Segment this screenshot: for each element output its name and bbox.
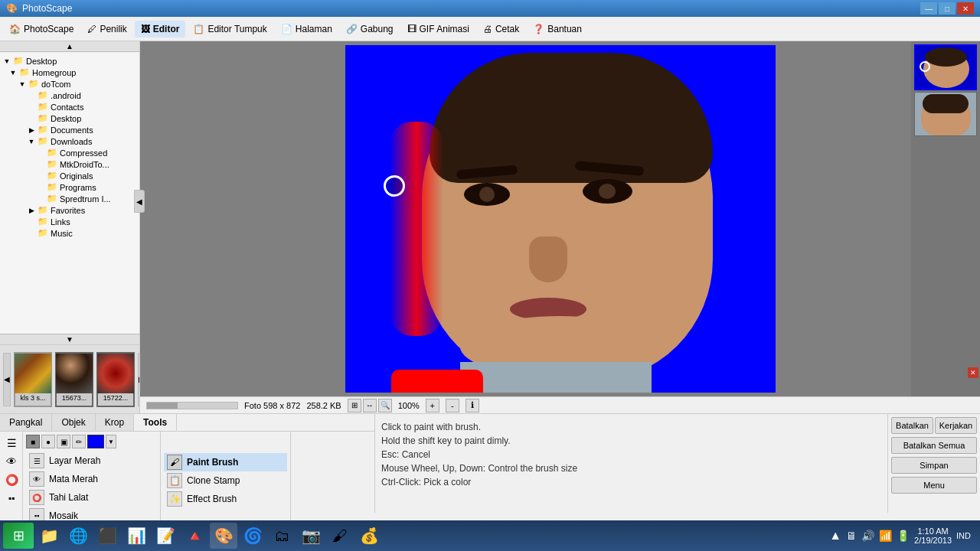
tree-item-programs[interactable]: 📁 Programs — [0, 181, 139, 193]
color-dropdown[interactable]: ▼ — [106, 435, 116, 448]
tree-item-contacts[interactable]: 📁 Contacts — [0, 101, 139, 112]
taskbar-chrome[interactable]: 🌀 — [239, 523, 266, 549]
info-line-3: Esc: Cancel — [381, 448, 881, 461]
tool-icon-3[interactable]: 🔍 — [378, 399, 392, 412]
menu-button[interactable]: Menu — [891, 477, 977, 494]
taskbar-excel[interactable]: 📊 — [122, 523, 150, 549]
simpan-button[interactable]: Simpan — [891, 457, 977, 474]
tree-item-favorites[interactable]: ▶ 📁 Favorites — [0, 204, 139, 216]
eyedrop-tool-icon[interactable]: 👁 — [3, 453, 20, 470]
folder-icon: 📁 — [38, 102, 48, 112]
canvas-area: Foto 598 x 872 258.2 KB ⊞ ↔ 🔍 100% + - ℹ — [140, 41, 980, 413]
tab-objek[interactable]: Objek — [52, 414, 95, 431]
menu-penilik[interactable]: 🖊 Penilik — [81, 21, 132, 37]
tool-item-layar-merah[interactable]: ☰ Layar Merah — [26, 452, 157, 470]
mini-preview-close[interactable]: ✕ — [968, 367, 978, 378]
mini-preview-second[interactable] — [914, 92, 977, 136]
tree-item-links[interactable]: 📁 Links — [0, 216, 139, 227]
tools-panel: Pangkal Objek Krop Tools ☰ 👁 ⭕ ▪▪ ■ ● ▣ — [0, 414, 375, 513]
gabung-icon: 🔗 — [346, 24, 358, 34]
tool-item-paint-brush[interactable]: 🖌 Paint Brush — [164, 453, 287, 471]
thumb-scroll-right[interactable]: ▶ — [138, 353, 139, 406]
tray-icon-5[interactable]: 🔋 — [897, 530, 910, 542]
tree-item-homegroup[interactable]: ▼ 📁 Homegroup — [0, 67, 139, 78]
horizontal-scrollbar[interactable] — [146, 402, 238, 409]
color-swatch[interactable] — [87, 435, 104, 448]
taskbar-files[interactable]: 🗂 — [268, 523, 296, 549]
thumbnail-2[interactable]: 15673... — [55, 352, 93, 407]
tree-item-desktop[interactable]: ▼ 📁 Desktop — [0, 55, 139, 67]
menu-photoscape[interactable]: 🏠 PhotoScape — [3, 21, 80, 37]
batalkan-semua-button[interactable]: Batalkan Semua — [891, 437, 977, 454]
kerjakan-button[interactable]: Kerjakan — [935, 417, 977, 434]
start-button[interactable]: ⊞ — [3, 523, 34, 549]
shape-square-btn[interactable]: ■ — [26, 435, 40, 448]
taskbar-app1[interactable]: 🔺 — [181, 523, 208, 549]
thumbnail-3[interactable]: 15722... — [96, 352, 135, 407]
close-button[interactable]: ✕ — [957, 2, 974, 15]
photo-display — [345, 45, 776, 393]
clone-stamp-icon: 📋 — [167, 473, 182, 488]
menu-editor[interactable]: 🖼 Editor — [135, 21, 186, 37]
tree-item-mtkdroid[interactable]: 📁 MtkDroidTo... — [0, 158, 139, 170]
tab-krop[interactable]: Krop — [96, 414, 134, 431]
tray-icon-1[interactable]: ▲ — [829, 529, 841, 543]
thumbnail-1[interactable]: kls 3 s... — [14, 352, 52, 407]
tool-item-clone-stamp[interactable]: 📋 Clone Stamp — [164, 471, 287, 490]
tree-item-dotcom[interactable]: ▼ 📁 doTcom — [0, 78, 139, 90]
tab-tools[interactable]: Tools — [134, 414, 177, 431]
taskbar-photoscape[interactable]: 🎨 — [210, 523, 237, 549]
tree-item-android[interactable]: 📁 .android — [0, 90, 139, 101]
menu-gabung[interactable]: 🔗 Gabung — [340, 21, 400, 37]
menu-cetak[interactable]: 🖨 Cetak — [477, 21, 525, 37]
sidebar-collapse-arrow[interactable]: ◀ — [134, 190, 145, 213]
taskbar-ie[interactable]: 🌐 — [64, 523, 92, 549]
menu-halaman[interactable]: 📄 Halaman — [275, 21, 338, 37]
tool-icon-1[interactable]: ⊞ — [348, 399, 361, 412]
zoom-in-button[interactable]: + — [426, 399, 439, 412]
taskbar-explorer[interactable]: 📁 — [35, 523, 63, 549]
menu-editor-tumpuk[interactable]: 📋 Editor Tumpuk — [187, 21, 273, 37]
tray-icon-4[interactable]: 📶 — [879, 530, 892, 542]
mini-preview-active[interactable] — [914, 44, 977, 90]
pencil-btn[interactable]: ✏ — [72, 435, 86, 448]
tree-scroll-down[interactable]: ▼ — [0, 334, 139, 344]
mosaic-tool-icon[interactable]: ▪▪ — [3, 490, 20, 507]
batalkan-button[interactable]: Batalkan — [891, 417, 933, 434]
taskbar-coins[interactable]: 💰 — [355, 523, 383, 549]
zoom-out-button[interactable]: - — [446, 399, 459, 412]
tool-item-effect-brush[interactable]: ✨ Effect Brush — [164, 490, 287, 508]
menu-bantuan[interactable]: ❓ Bantuan — [527, 21, 588, 37]
taskbar-paint[interactable]: 🖌 — [326, 523, 354, 549]
tree-item-downloads[interactable]: ▼ 📁 Downloads — [0, 135, 139, 147]
pan-tool-icon[interactable]: ☰ — [3, 435, 20, 452]
tab-pangkal[interactable]: Pangkal — [0, 414, 52, 431]
tray-icon-2[interactable]: 🖥 — [846, 530, 857, 542]
thumb-scroll-left[interactable]: ◀ — [3, 353, 11, 406]
tool-item-tahi-lalat[interactable]: ⭕ Tahi Lalat — [26, 488, 157, 507]
mole-tool-icon[interactable]: ⭕ — [3, 471, 20, 488]
maximize-button[interactable]: □ — [939, 2, 956, 15]
canvas-container[interactable] — [140, 41, 980, 396]
taskbar-tray: ▲ 🖥 🔊 📶 🔋 1:10 AM 2/19/2013 IND — [829, 527, 977, 545]
tree-item-desktop2[interactable]: 📁 Desktop — [0, 112, 139, 124]
tree-item-documents[interactable]: ▶ 📁 Documents — [0, 124, 139, 135]
hair-top — [430, 53, 713, 183]
minimize-button[interactable]: — — [920, 2, 937, 15]
tray-icon-3[interactable]: 🔊 — [861, 530, 874, 542]
shape-circle-btn[interactable]: ● — [41, 435, 55, 448]
shape-rounded-btn[interactable]: ▣ — [57, 435, 70, 448]
tree-item-spredtrum[interactable]: 📁 Spredtrum I... — [0, 193, 139, 204]
taskbar-photos[interactable]: 📷 — [297, 523, 325, 549]
tree-scroll-up[interactable]: ▲ — [0, 41, 139, 52]
red-brush-bottom — [391, 370, 483, 393]
taskbar-cmd[interactable]: ⬛ — [93, 523, 121, 549]
tree-item-originals[interactable]: 📁 Originals — [0, 170, 139, 181]
tree-item-compressed[interactable]: 📁 Compressed — [0, 147, 139, 158]
tool-icon-2[interactable]: ↔ — [363, 399, 377, 412]
menu-gif-animasi[interactable]: 🎞 GIF Animasi — [401, 21, 475, 37]
tool-item-mata-merah[interactable]: 👁 Mata Merah — [26, 470, 157, 488]
tree-item-music[interactable]: 📁 Music — [0, 227, 139, 239]
taskbar-word[interactable]: 📝 — [152, 523, 179, 549]
info-button[interactable]: ℹ — [466, 399, 479, 412]
